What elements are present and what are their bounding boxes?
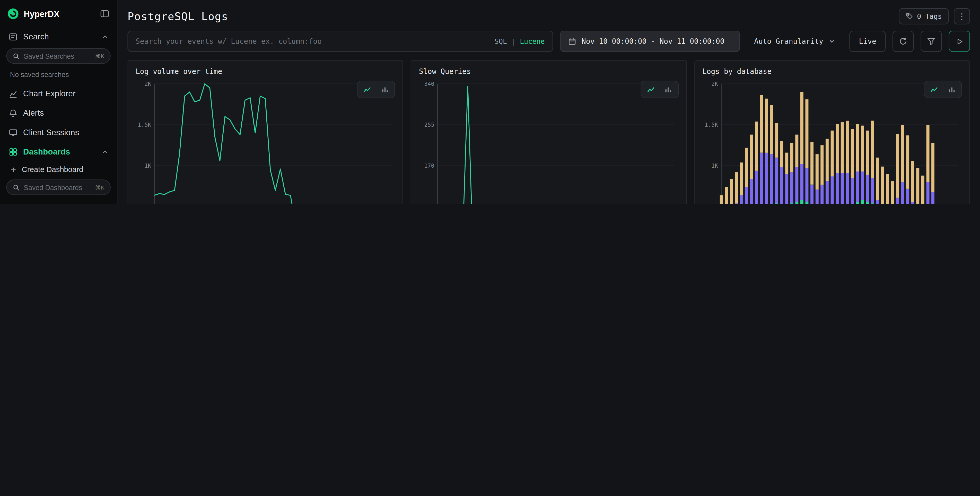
sidebar-item-alerts[interactable]: Alerts <box>0 103 117 123</box>
chart-svg: 340255170850 <box>418 79 680 204</box>
svg-text:170: 170 <box>425 163 434 169</box>
run-query-button[interactable] <box>949 31 970 52</box>
kebab-icon: ⋮ <box>958 11 966 21</box>
chart-svg: 2K1.5K1K5000 <box>134 79 396 204</box>
chart-panel: Slow Queries340255170850Nov 10 12:00:00 … <box>411 60 687 204</box>
app-root: HyperDX Search ⌘K No saved searches <box>0 0 980 204</box>
bar-chart-icon[interactable] <box>377 83 393 96</box>
chart-explorer-icon <box>9 89 18 98</box>
svg-text:2K: 2K <box>145 81 151 87</box>
filter-icon <box>927 37 936 46</box>
saved-dashboards-input[interactable] <box>24 183 91 191</box>
panel-menu-button[interactable]: ⋮ <box>954 8 970 24</box>
bell-icon <box>9 108 18 117</box>
sidebar-item-client-sessions[interactable]: Client Sessions <box>0 123 117 142</box>
sidebar-item-search[interactable]: Search <box>0 27 117 46</box>
chart-panel: Log volume over time2K1.5K1K5000Nov 10 1… <box>127 60 403 204</box>
search-icon <box>13 52 20 60</box>
panel-title: Slow Queries <box>418 66 680 79</box>
granularity-value: Auto Granularity <box>754 37 823 46</box>
sidebar-item-label: Search <box>23 32 49 41</box>
chevron-up-icon <box>102 148 108 155</box>
query-toolbar: SQL | Lucene Nov 10 00:00:00 - Nov 11 00… <box>127 31 970 52</box>
sidebar-item-label: Client Sessions <box>23 128 79 137</box>
saved-searches-searchbox[interactable]: ⌘K <box>6 48 111 64</box>
chevron-down-icon <box>829 38 835 44</box>
line-chart-icon[interactable] <box>360 83 375 96</box>
refresh-button[interactable] <box>892 31 914 52</box>
sidebar: HyperDX Search ⌘K No saved searches <box>0 0 118 204</box>
refresh-icon <box>899 37 907 46</box>
chart-svg: 2K1.5K1K5000 <box>701 79 963 204</box>
panel-title: Log volume over time <box>134 66 396 79</box>
chart-panel: Logs by database2K1.5K1K5000Nov 10 12:00… <box>694 60 970 204</box>
svg-text:340: 340 <box>425 81 434 87</box>
create-dashboard-button[interactable]: Create Dashboard <box>0 161 117 178</box>
plus-icon <box>10 166 17 173</box>
bar-chart-icon[interactable] <box>944 83 959 96</box>
dashboard-grid: Log volume over time2K1.5K1K5000Nov 10 1… <box>127 60 970 204</box>
chart-area: 340255170850 <box>418 79 680 204</box>
panel-title: Logs by database <box>701 66 963 79</box>
tags-label: 0 Tags <box>917 12 942 20</box>
sidebar-item-dashboards[interactable]: Dashboards <box>0 142 117 161</box>
mode-lucene[interactable]: Lucene <box>520 37 545 46</box>
granularity-select[interactable]: Auto Granularity <box>746 31 843 52</box>
chevron-up-icon <box>102 33 108 40</box>
chart-type-toggle <box>640 81 678 98</box>
event-searchbox[interactable]: SQL | Lucene <box>127 31 553 52</box>
no-saved-searches-text: No saved searches <box>0 66 117 84</box>
saved-searches-input[interactable] <box>24 52 91 60</box>
page-header: PostgreSQL Logs 0 Tags ⋮ <box>127 0 970 31</box>
main-content: PostgreSQL Logs 0 Tags ⋮ SQL | Lucene <box>118 0 980 204</box>
shortcut-badge: ⌘K <box>95 53 104 59</box>
chart-area: 2K1.5K1K5000 <box>134 79 396 204</box>
create-dashboard-label: Create Dashboard <box>22 165 83 174</box>
shortcut-badge: ⌘K <box>95 184 104 190</box>
search-input[interactable] <box>135 37 490 46</box>
svg-text:500: 500 <box>708 203 718 204</box>
tags-button[interactable]: 0 Tags <box>899 8 949 24</box>
saved-dashboards-searchbox[interactable]: ⌘K <box>6 180 111 195</box>
svg-text:1.5K: 1.5K <box>705 121 718 128</box>
play-icon <box>955 37 964 46</box>
live-button[interactable]: Live <box>850 31 886 52</box>
svg-text:1K: 1K <box>145 163 151 169</box>
svg-text:500: 500 <box>141 203 151 204</box>
svg-text:2K: 2K <box>711 81 718 87</box>
chart-type-toggle <box>357 81 395 98</box>
brand-name: HyperDX <box>24 9 95 18</box>
dashboards-grid-icon <box>9 147 18 156</box>
chart-type-toggle <box>924 81 962 98</box>
sidebar-collapse-icon[interactable] <box>100 9 110 18</box>
sidebar-item-chart-explorer[interactable]: Chart Explorer <box>0 84 117 103</box>
search-icon <box>13 183 20 191</box>
svg-text:1K: 1K <box>711 163 718 169</box>
logo-row: HyperDX <box>0 0 117 27</box>
svg-text:255: 255 <box>425 121 434 128</box>
hyperdx-logo-icon <box>8 8 19 19</box>
monitor-icon <box>9 128 18 137</box>
svg-text:1.5K: 1.5K <box>138 121 151 128</box>
calendar-icon <box>568 37 576 46</box>
search-nav-icon <box>9 32 18 41</box>
bar-chart-icon[interactable] <box>660 83 676 96</box>
mode-divider: | <box>511 37 515 46</box>
svg-text:85: 85 <box>428 203 434 204</box>
time-range-picker[interactable]: Nov 10 00:00:00 - Nov 11 00:00:00 <box>560 31 740 52</box>
section-saved-dashboards[interactable]: SAVED DASHBOARDS <box>0 198 117 204</box>
page-title: PostgreSQL Logs <box>127 10 899 23</box>
filter-button[interactable] <box>921 31 942 52</box>
time-range-value: Nov 10 00:00:00 - Nov 11 00:00:00 <box>582 37 724 46</box>
chart-area: 2K1.5K1K5000 <box>701 79 963 204</box>
sidebar-item-label: Chart Explorer <box>23 89 76 98</box>
line-chart-icon[interactable] <box>643 83 659 96</box>
sidebar-item-label: Dashboards <box>23 147 70 156</box>
tag-icon <box>906 13 913 20</box>
sidebar-item-label: Alerts <box>23 108 44 117</box>
line-chart-icon[interactable] <box>926 83 942 96</box>
mode-sql[interactable]: SQL <box>495 37 507 46</box>
